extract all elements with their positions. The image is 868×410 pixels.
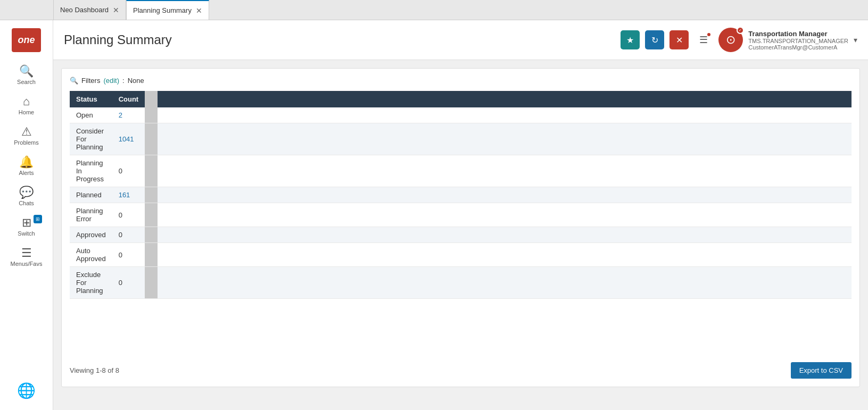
switch-icon: ⊞ — [22, 217, 31, 229]
row-divider — [145, 123, 158, 155]
user-avatar[interactable]: ⊙ ✓ — [718, 28, 743, 52]
table-row: Consider For Planning1041 — [70, 123, 852, 155]
row-divider — [145, 227, 158, 243]
sidebar-item-chats[interactable]: 💬 Chats — [0, 181, 53, 212]
extra-cell — [158, 243, 852, 267]
col-count-header: Count — [112, 91, 145, 107]
count-cell: 0 — [112, 267, 145, 299]
row-divider — [145, 187, 158, 203]
sidebar-item-chats-label: Chats — [19, 200, 34, 206]
logo-area[interactable]: one — [11, 26, 43, 55]
switch-badge: ⊞ — [34, 215, 42, 223]
filters-value: None — [128, 77, 144, 85]
filters-colon: : — [122, 77, 125, 85]
tab-neo-dashboard-close[interactable]: ✕ — [113, 6, 119, 14]
count-cell[interactable]: 1041 — [112, 123, 145, 155]
globe-icon: 🌐 — [17, 382, 36, 399]
table-row: Planning Error0 — [70, 203, 852, 227]
search-icon: 🔍 — [19, 65, 34, 77]
row-divider — [145, 243, 158, 267]
extra-cell — [158, 107, 852, 123]
table-header-row: Status Count — [70, 91, 852, 107]
sidebar-item-menus-favs[interactable]: ☰ Menus/Favs — [0, 242, 53, 272]
user-role: TMS.TRANSPORTATION_MANAGER — [748, 38, 848, 44]
sidebar-item-home-label: Home — [19, 109, 34, 115]
row-divider — [145, 267, 158, 299]
status-cell: Approved — [70, 227, 112, 243]
home-icon: ⌂ — [23, 96, 30, 107]
panel-footer: Viewing 1-8 of 8 Export to CSV — [70, 354, 852, 379]
count-cell[interactable]: 161 — [112, 187, 145, 203]
extra-cell — [158, 267, 852, 299]
page-content: 🔍 Filters (edit) : None Status Count — [53, 60, 868, 410]
table-row: Open2 — [70, 107, 852, 123]
count-cell: 0 — [112, 227, 145, 243]
sidebar-item-home[interactable]: ⌂ Home — [0, 90, 53, 121]
tab-neo-dashboard[interactable]: Neo Dashboard ✕ — [53, 0, 126, 20]
user-dropdown-arrow[interactable]: ▾ — [854, 36, 857, 44]
table-row: Planned161 — [70, 187, 852, 203]
refresh-button[interactable]: ↻ — [645, 30, 664, 49]
count-cell: 0 — [112, 243, 145, 267]
extra-cell — [158, 187, 852, 203]
close-button[interactable]: ✕ — [669, 30, 689, 49]
main-layout: one 🔍 Search ⌂ Home ⚠ Problems 🔔 Alerts … — [0, 20, 868, 410]
row-divider — [145, 203, 158, 227]
sidebar-item-problems[interactable]: ⚠ Problems — [0, 121, 53, 151]
col-divider — [145, 91, 158, 107]
filters-bar: 🔍 Filters (edit) : None — [70, 77, 852, 85]
status-cell: Consider For Planning — [70, 123, 112, 155]
tab-planning-summary-close[interactable]: ✕ — [196, 7, 202, 14]
status-cell: Planning In Progress — [70, 155, 112, 187]
sidebar-item-search[interactable]: 🔍 Search — [0, 60, 53, 90]
menu-button[interactable]: ☰ — [694, 30, 713, 49]
row-divider — [145, 107, 158, 123]
tab-planning-summary[interactable]: Planning Summary ✕ — [126, 0, 209, 20]
sidebar: one 🔍 Search ⌂ Home ⚠ Problems 🔔 Alerts … — [0, 20, 53, 410]
summary-table: Status Count Open2Consider For Planning1… — [70, 91, 852, 299]
count-cell: 0 — [112, 155, 145, 187]
logo-text: one — [18, 35, 35, 46]
col-status-header: Status — [70, 91, 112, 107]
table-row: Exclude For Planning0 — [70, 267, 852, 299]
sidebar-item-menus-favs-label: Menus/Favs — [11, 261, 43, 267]
user-name: Transportation Manager — [748, 30, 848, 38]
sidebar-item-search-label: Search — [17, 79, 36, 85]
warning-icon: ⚠ — [21, 126, 32, 138]
status-cell: Planned — [70, 187, 112, 203]
extra-cell — [158, 227, 852, 243]
extra-cell — [158, 123, 852, 155]
extra-cell — [158, 203, 852, 227]
status-cell: Open — [70, 107, 112, 123]
logo-box: one — [12, 28, 41, 52]
sidebar-item-switch-label: Switch — [18, 230, 35, 237]
filters-edit-link[interactable]: (edit) — [103, 77, 119, 85]
col-extra — [158, 91, 852, 107]
filter-search-icon: 🔍 — [70, 77, 78, 85]
avatar-badge: ✓ — [737, 27, 744, 34]
menu-icon: ☰ — [21, 247, 32, 259]
count-cell[interactable]: 2 — [112, 107, 145, 123]
header-right: ★ ↻ ✕ ☰ ⊙ ✓ Transportation Manager TMS.T… — [621, 28, 857, 52]
sidebar-item-alerts-label: Alerts — [19, 170, 34, 176]
sidebar-item-globe[interactable]: 🌐 — [17, 376, 36, 405]
page-title: Planning Summary — [64, 32, 172, 47]
count-cell: 0 — [112, 203, 145, 227]
table-row: Planning In Progress0 — [70, 155, 852, 187]
tab-planning-summary-label: Planning Summary — [133, 6, 192, 14]
sidebar-item-switch[interactable]: ⊞ ⊞ Switch — [0, 212, 53, 242]
table-row: Auto Approved0 — [70, 243, 852, 267]
favorite-button[interactable]: ★ — [621, 30, 640, 49]
extra-cell — [158, 155, 852, 187]
sidebar-item-alerts[interactable]: 🔔 Alerts — [0, 151, 53, 181]
tab-bar: Neo Dashboard ✕ Planning Summary ✕ — [0, 0, 868, 20]
filters-label: Filters — [81, 77, 100, 85]
avatar-icon: ⊙ — [726, 33, 735, 47]
sidebar-item-problems-label: Problems — [14, 139, 38, 146]
chat-icon: 💬 — [19, 187, 34, 198]
table-row: Approved0 — [70, 227, 852, 243]
export-csv-button[interactable]: Export to CSV — [791, 362, 852, 379]
status-cell: Auto Approved — [70, 243, 112, 267]
user-info: Transportation Manager TMS.TRANSPORTATIO… — [748, 30, 848, 51]
notification-dot — [706, 32, 712, 37]
